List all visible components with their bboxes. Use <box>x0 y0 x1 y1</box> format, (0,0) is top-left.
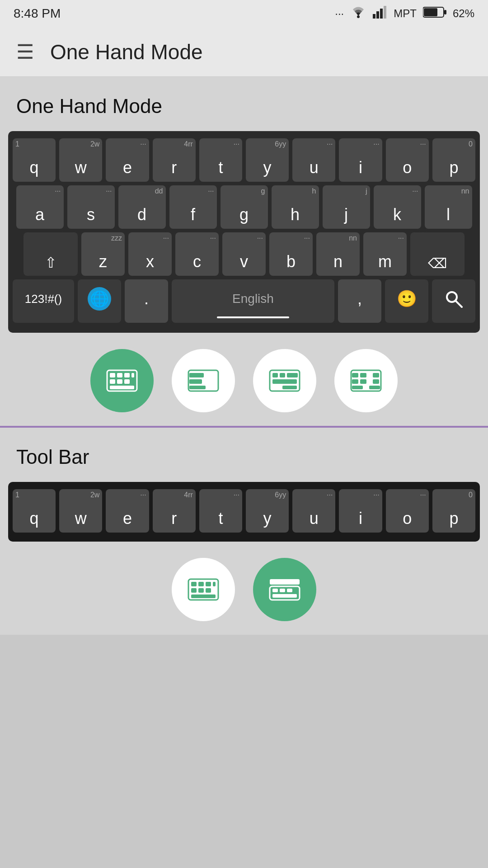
keyboard-row-3: ⇧ zzzz ···x ···c ···v ···b nnn ···m ⌫ <box>13 232 475 276</box>
svg-rect-30 <box>352 373 358 377</box>
key-l[interactable]: nnl <box>425 185 472 229</box>
key-t[interactable]: ···t <box>199 138 242 182</box>
svg-rect-17 <box>124 379 130 384</box>
tb-key-u[interactable]: ···u <box>292 489 335 533</box>
key-emoji[interactable]: 🙂 <box>385 279 428 323</box>
svg-rect-2 <box>376 11 379 19</box>
key-backspace[interactable]: ⌫ <box>410 232 465 276</box>
key-u[interactable]: ···u <box>292 138 335 182</box>
key-a[interactable]: ···a <box>16 185 64 229</box>
key-comma[interactable]: , <box>338 279 381 323</box>
tb-key-r[interactable]: 4rrr <box>153 489 196 533</box>
toolbar-title: Tool Bar <box>0 441 488 482</box>
svg-rect-41 <box>206 582 211 586</box>
svg-rect-12 <box>117 373 122 377</box>
menu-icon[interactable]: ☰ <box>16 40 34 63</box>
toolbar-btn-with[interactable] <box>253 558 316 621</box>
tb-key-q[interactable]: 1q <box>13 489 56 533</box>
key-e[interactable]: ···e <box>106 138 149 182</box>
key-n[interactable]: nnn <box>316 232 360 276</box>
tb-key-t[interactable]: ···t <box>199 489 242 533</box>
top-bar: ☰ One Hand Mode <box>0 27 488 77</box>
key-123[interactable]: 123!#() <box>13 279 74 323</box>
key-search[interactable] <box>432 279 475 323</box>
key-k[interactable]: ···k <box>374 185 421 229</box>
carrier-label: MPT <box>394 7 417 20</box>
svg-rect-52 <box>272 594 297 598</box>
wifi-icon <box>350 6 366 21</box>
search-icon <box>444 289 464 309</box>
svg-rect-11 <box>110 373 115 377</box>
svg-rect-48 <box>270 586 300 600</box>
toolbar-btn-none[interactable] <box>172 558 235 621</box>
key-f[interactable]: ···f <box>169 185 217 229</box>
svg-rect-25 <box>280 373 285 377</box>
tb-key-p[interactable]: 0p <box>432 489 475 533</box>
status-time: 8:48 PM <box>14 6 61 21</box>
tb-key-e[interactable]: ···e <box>106 489 149 533</box>
key-s[interactable]: ···s <box>67 185 115 229</box>
key-p[interactable]: 0p <box>432 138 475 182</box>
key-g[interactable]: gg <box>221 185 268 229</box>
key-m[interactable]: ···m <box>363 232 407 276</box>
tb-key-i[interactable]: ···i <box>339 489 382 533</box>
svg-rect-51 <box>287 589 292 592</box>
key-i[interactable]: ···i <box>339 138 382 182</box>
svg-rect-20 <box>189 373 204 377</box>
layout-btn-full[interactable] <box>90 349 154 412</box>
svg-rect-16 <box>117 379 122 384</box>
key-z[interactable]: zzzz <box>81 232 125 276</box>
split-keyboard-icon <box>350 369 382 392</box>
key-b[interactable]: ···b <box>269 232 313 276</box>
key-shift[interactable]: ⇧ <box>23 232 78 276</box>
key-o[interactable]: ···o <box>386 138 429 182</box>
svg-rect-42 <box>213 582 216 586</box>
key-globe[interactable]: 🌐 <box>78 279 121 323</box>
svg-rect-34 <box>360 379 366 384</box>
svg-rect-18 <box>110 386 134 389</box>
svg-rect-14 <box>131 373 134 377</box>
tb-key-o[interactable]: ···o <box>386 489 429 533</box>
key-y[interactable]: 6yyy <box>246 138 289 182</box>
key-j[interactable]: jj <box>323 185 370 229</box>
key-w[interactable]: 2ww <box>59 138 102 182</box>
svg-point-0 <box>357 15 360 18</box>
key-v[interactable]: ···v <box>222 232 266 276</box>
svg-rect-33 <box>352 379 358 384</box>
toolbar-keyboard-row-1: 1q 2ww ···e 4rrr ···t 6yyy ···u ···i ···… <box>13 489 475 533</box>
key-h[interactable]: hh <box>272 185 319 229</box>
one-hand-title: One Hand Mode <box>0 90 488 131</box>
key-r[interactable]: 4rrr <box>153 138 196 182</box>
globe-icon: 🌐 <box>88 287 111 311</box>
svg-rect-36 <box>352 386 363 389</box>
full-keyboard-icon <box>106 369 138 392</box>
svg-rect-27 <box>272 379 297 384</box>
toolbar-section: Tool Bar 1q 2ww ···e 4rrr ···t 6yyy ···u… <box>0 428 488 635</box>
left-keyboard-icon <box>188 369 219 392</box>
svg-rect-1 <box>373 14 375 19</box>
svg-rect-40 <box>198 582 204 586</box>
toolbar-layout-buttons <box>0 542 488 635</box>
status-bar: 8:48 PM ··· MPT <box>0 0 488 27</box>
key-q[interactable]: 1q <box>13 138 56 182</box>
key-d[interactable]: ddd <box>118 185 166 229</box>
layout-btn-left[interactable] <box>172 349 235 412</box>
svg-rect-24 <box>272 373 278 377</box>
key-c[interactable]: ···c <box>175 232 219 276</box>
svg-rect-49 <box>272 589 278 592</box>
key-dot[interactable]: . <box>125 279 168 323</box>
svg-rect-6 <box>424 8 437 16</box>
layout-btn-right[interactable] <box>253 349 316 412</box>
svg-rect-15 <box>110 379 115 384</box>
svg-rect-47 <box>270 579 300 585</box>
key-space[interactable]: English <box>172 279 334 323</box>
svg-rect-43 <box>191 588 197 593</box>
no-toolbar-icon <box>188 578 219 601</box>
tb-key-y[interactable]: 6yyy <box>246 489 289 533</box>
right-keyboard-icon <box>269 369 300 392</box>
svg-rect-44 <box>198 588 204 593</box>
tb-key-w[interactable]: 2ww <box>59 489 102 533</box>
layout-btn-split[interactable] <box>334 349 398 412</box>
key-x[interactable]: ···x <box>128 232 172 276</box>
battery-percent: 62% <box>453 7 474 20</box>
